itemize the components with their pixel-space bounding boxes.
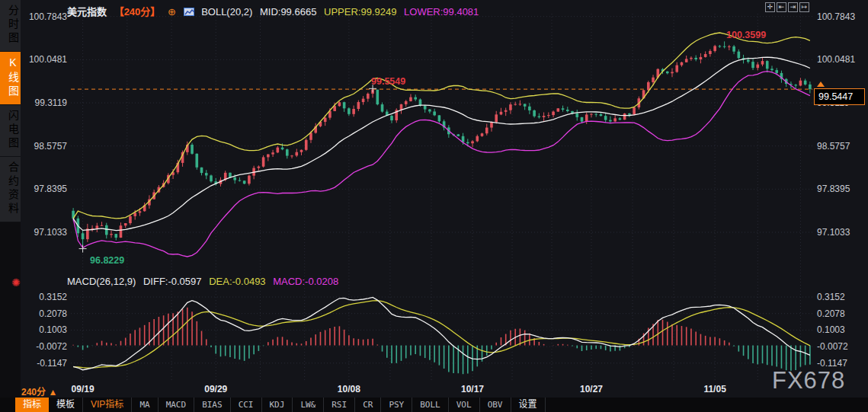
boll-lower-value: LOWER:99.4081 (404, 6, 479, 18)
macd-diff-value: DIFF:-0.0597 (143, 276, 202, 287)
main-y-axis-label-left: 97.8395 (23, 184, 67, 194)
main-y-axis-label-right: 100.0481 (817, 54, 855, 65)
boll-label: BOLL(20,2) (201, 6, 252, 18)
macd-hist-value: MACD:-0.0208 (273, 276, 338, 287)
main-y-axis-label-right: 100.7843 (817, 11, 855, 22)
toolbar-item-CCI[interactable]: CCI (231, 398, 262, 412)
toolbar-item-设置[interactable]: 设置 (511, 398, 546, 412)
macd-y-axis-label-left: 0.3152 (23, 292, 67, 302)
fit-right-axis-icon[interactable]: ⇥ (788, 2, 798, 12)
toolbar-item-LW&[interactable]: LW& (293, 398, 324, 412)
main-y-axis-label-right: 97.1033 (817, 227, 850, 238)
x-axis-date-label: 10/27 (576, 384, 607, 394)
toolbar-item-MA[interactable]: MA (132, 398, 158, 412)
macd-y-axis-label-left: 0.2078 (23, 308, 67, 319)
period-text: 240分 (21, 387, 46, 398)
period-label: 【240分】 (114, 6, 161, 18)
macd-y-axis-label-right: -0.0072 (817, 341, 848, 352)
marked-high-label-2: 100.3599 (726, 30, 766, 40)
last-price-tag[interactable]: 99.5447 (814, 88, 865, 105)
toolbar-item-BOLL[interactable]: BOLL (412, 398, 449, 412)
x-axis-date-label: 09/29 (200, 384, 231, 394)
x-axis-date-label: 09/19 (68, 384, 98, 394)
toolbar-item-OBV[interactable]: OBV (480, 398, 511, 412)
macd-header: MACD(26,12,9) DIFF:-0.0597 DEA:-0.0493 M… (67, 276, 343, 287)
toolbar-item-VIP指标[interactable]: VIP指标 (83, 398, 132, 412)
sidebar-tab-1[interactable]: 分时图 (0, 0, 21, 52)
main-chart-canvas[interactable] (0, 0, 868, 412)
add-indicator-icon[interactable]: ⊕ (168, 6, 176, 18)
x-axis-date-label: 10/08 (334, 384, 364, 394)
chart-tools: ✛⇤⇥↦ (765, 2, 809, 12)
toolbar-item-KDJ[interactable]: KDJ (262, 398, 293, 412)
main-y-axis-label-left: 98.5757 (23, 141, 67, 152)
sidebar-tab-4[interactable]: 合约资料 (0, 157, 21, 222)
go-latest-icon[interactable]: ↦ (799, 2, 809, 12)
chart-window: 分时图K线图闪电图合约资料 ✺ 美元指数 【240分】 ⊕ BOLL(20,2)… (0, 0, 868, 412)
macd-y-axis-label-right: 0.1003 (817, 324, 845, 335)
toolbar-item-BIAS[interactable]: BIAS (194, 398, 231, 412)
main-y-axis-label-left: 100.7843 (23, 11, 67, 22)
toolbar-item-MACD[interactable]: MACD (159, 398, 195, 412)
x-axis-date-label: 11/05 (700, 384, 730, 394)
macd-y-axis-label-left: -0.0072 (23, 341, 67, 352)
macd-label: MACD(26,12,9) (67, 276, 136, 287)
toolbar-item-RSI[interactable]: RSI (324, 398, 355, 412)
period-arrow-icon: ▲ (48, 387, 57, 398)
main-y-axis-label-left: 99.3119 (23, 97, 67, 108)
marked-low-label: 96.8229 (90, 255, 124, 266)
x-axis-date-label: 10/17 (457, 384, 488, 394)
toolbar-item-模板[interactable]: 模板 (49, 398, 83, 412)
main-y-axis-label-right: 97.8395 (817, 184, 850, 194)
marked-high-label: 99.5549 (371, 76, 405, 87)
toolbar-item-PSY[interactable]: PSY (381, 398, 412, 412)
price-arrow-icon (817, 81, 825, 87)
toolbar-item-指标[interactable]: 指标 (15, 398, 49, 412)
main-y-axis-label-left: 97.1033 (23, 227, 67, 238)
macd-y-axis-label-left: -0.1147 (23, 358, 67, 369)
sidebar-tabs: 分时图K线图闪电图合约资料 (0, 0, 21, 222)
chart-header: 美元指数 【240分】 ⊕ BOLL(20,2) MID:99.6665 UPP… (67, 4, 483, 18)
main-y-axis-label-left: 100.0481 (23, 54, 67, 65)
boll-mid-value: MID:99.6665 (260, 6, 316, 18)
sidebar: 分时图K线图闪电图合约资料 ✺ (0, 0, 21, 412)
indicator-toolbar: 指标模板VIP指标MAMACDBIASCCIKDJLW&RSICRPSYBOLL… (0, 398, 868, 412)
macd-y-axis-label-right: 0.2078 (817, 308, 845, 319)
period-selector[interactable]: 240分 ▲ (21, 385, 57, 398)
toolbar-item-CR[interactable]: CR (355, 398, 381, 412)
pan-icon[interactable]: ✛ (765, 2, 775, 12)
fit-left-axis-icon[interactable]: ⇤ (777, 2, 786, 12)
toolbar-item-VOL[interactable]: VOL (449, 398, 480, 412)
sidebar-tab-2[interactable]: K线图 (0, 52, 21, 105)
chart-type-icon[interactable] (184, 8, 194, 16)
alert-icon[interactable]: ✺ (11, 276, 21, 289)
main-y-axis-label-right: 98.5757 (817, 141, 850, 152)
macd-y-axis-label-right: 0.3152 (817, 292, 845, 302)
macd-y-axis-label-left: 0.1003 (23, 324, 67, 335)
boll-upper-value: UPPER:99.9249 (324, 6, 396, 18)
macd-dea-value: DEA:-0.0493 (209, 276, 265, 287)
sidebar-tab-3[interactable]: 闪电图 (0, 105, 21, 157)
symbol-name: 美元指数 (67, 6, 107, 18)
fx678-watermark: FX678 (772, 367, 845, 394)
